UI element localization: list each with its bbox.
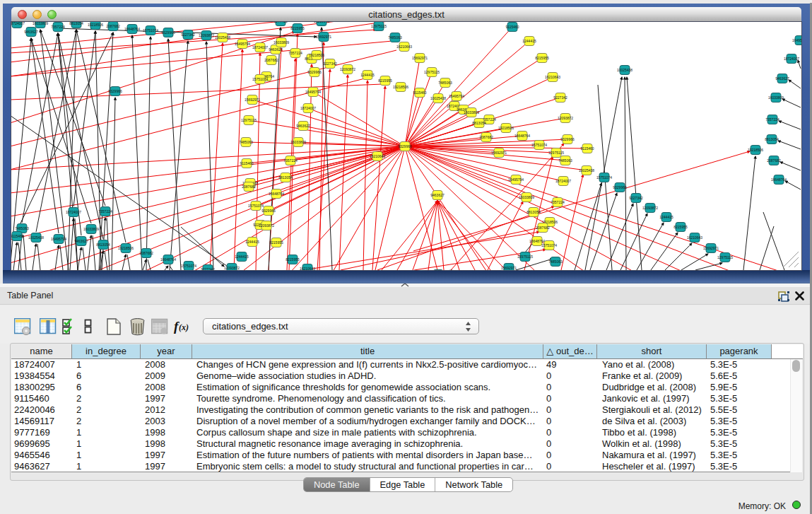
svg-text:16495794: 16495794 <box>51 237 66 241</box>
svg-text:8813054: 8813054 <box>526 210 541 214</box>
svg-text:19218506: 19218506 <box>88 23 103 27</box>
svg-text:1244415: 1244415 <box>522 39 536 43</box>
svg-text:16033809: 16033809 <box>290 140 306 144</box>
svg-text:12093872: 12093872 <box>340 67 355 71</box>
svg-text:9329966: 9329966 <box>398 144 412 148</box>
svg-text:8813054: 8813054 <box>472 121 486 125</box>
svg-text:12975115: 12975115 <box>548 151 564 155</box>
svg-text:18724007: 18724007 <box>66 210 81 214</box>
svg-text:15751074: 15751074 <box>252 77 268 81</box>
svg-text:9463627: 9463627 <box>74 239 88 243</box>
svg-text:16210643: 16210643 <box>396 45 412 49</box>
svg-text:7357224: 7357224 <box>51 25 65 29</box>
svg-text:15751074: 15751074 <box>596 175 612 180</box>
svg-text:9115460: 9115460 <box>240 161 253 165</box>
svg-text:16033809: 16033809 <box>33 22 48 25</box>
svg-text:16033809: 16033809 <box>519 195 534 199</box>
svg-text:1244415: 1244415 <box>360 73 375 77</box>
svg-text:7485063: 7485063 <box>438 81 452 85</box>
svg-text:8813054: 8813054 <box>96 243 110 247</box>
svg-text:9115460: 9115460 <box>580 146 594 151</box>
svg-text:9227342: 9227342 <box>553 95 567 100</box>
svg-text:19218506: 19218506 <box>309 53 324 57</box>
svg-text:15692971: 15692971 <box>703 246 719 250</box>
svg-text:2087682: 2087682 <box>264 58 278 62</box>
svg-text:8215955: 8215955 <box>269 240 283 245</box>
svg-text:16648764: 16648764 <box>514 134 530 138</box>
svg-text:7357224: 7357224 <box>283 158 298 163</box>
svg-text:2087682: 2087682 <box>479 135 493 139</box>
svg-text:16210643: 16210643 <box>370 154 385 158</box>
svg-text:7485063: 7485063 <box>388 35 402 40</box>
svg-text:8813054: 8813054 <box>765 137 779 141</box>
svg-text:12093872: 12093872 <box>642 206 658 210</box>
svg-text:10025438: 10025438 <box>215 35 230 40</box>
svg-text:9227342: 9227342 <box>629 196 643 200</box>
svg-text:15692971: 15692971 <box>412 56 428 60</box>
svg-text:7357224: 7357224 <box>288 51 302 55</box>
svg-text:9329966: 9329966 <box>613 185 627 189</box>
svg-text:9227342: 9227342 <box>201 267 215 270</box>
svg-text:15692971: 15692971 <box>491 151 507 155</box>
svg-text:10025438: 10025438 <box>579 168 594 173</box>
svg-text:12093872: 12093872 <box>224 266 240 270</box>
svg-text:18724007: 18724007 <box>11 22 25 25</box>
svg-text:1244415: 1244415 <box>273 22 288 23</box>
svg-text:7357224: 7357224 <box>765 117 779 122</box>
svg-text:8215955: 8215955 <box>673 225 688 229</box>
svg-text:10025438: 10025438 <box>617 68 632 72</box>
svg-text:1244415: 1244415 <box>659 215 673 219</box>
svg-text:(x): (x) <box>179 322 189 332</box>
svg-text:9463627: 9463627 <box>296 124 310 128</box>
svg-text:15692971: 15692971 <box>501 266 517 270</box>
svg-text:1244415: 1244415 <box>235 255 249 259</box>
svg-text:16210643: 16210643 <box>545 75 560 79</box>
svg-text:9329966: 9329966 <box>108 89 122 93</box>
svg-text:2087682: 2087682 <box>106 24 120 28</box>
svg-text:16495794: 16495794 <box>792 38 801 42</box>
svg-text:9329966: 9329966 <box>161 30 175 35</box>
svg-text:18724007: 18724007 <box>252 45 268 49</box>
svg-text:15751074: 15751074 <box>248 204 264 208</box>
svg-text:16033809: 16033809 <box>273 40 289 45</box>
svg-text:2087682: 2087682 <box>767 158 781 163</box>
svg-text:8215955: 8215955 <box>290 26 305 30</box>
svg-text:16495794: 16495794 <box>305 90 321 94</box>
svg-text:19218506: 19218506 <box>748 148 763 152</box>
svg-text:12975115: 12975115 <box>517 255 533 259</box>
svg-text:7485063: 7485063 <box>558 158 572 163</box>
svg-text:19218506: 19218506 <box>498 126 514 130</box>
svg-text:8215955: 8215955 <box>286 257 300 262</box>
svg-text:15692971: 15692971 <box>316 35 331 39</box>
svg-text:2087682: 2087682 <box>139 251 153 255</box>
svg-text:16210643: 16210643 <box>687 235 702 240</box>
svg-text:9463627: 9463627 <box>430 193 445 197</box>
svg-text:9329966: 9329966 <box>560 137 575 141</box>
svg-text:9115460: 9115460 <box>11 234 24 238</box>
svg-text:15751074: 15751074 <box>531 143 547 147</box>
svg-text:16210643: 16210643 <box>314 22 329 23</box>
svg-text:9463627: 9463627 <box>24 30 38 34</box>
svg-text:15751074: 15751074 <box>541 243 557 247</box>
svg-text:9227342: 9227342 <box>181 33 195 37</box>
svg-text:7357224: 7357224 <box>98 209 112 214</box>
svg-text:16495794: 16495794 <box>449 94 464 98</box>
svg-text:12975115: 12975115 <box>371 24 387 28</box>
svg-text:12975115: 12975115 <box>241 118 257 122</box>
svg-text:7485063: 7485063 <box>548 259 563 264</box>
svg-text:16033809: 16033809 <box>83 227 99 231</box>
svg-text:15751074: 15751074 <box>143 28 158 33</box>
svg-text:16033809: 16033809 <box>768 95 784 100</box>
svg-text:19218506: 19218506 <box>393 85 408 89</box>
svg-text:15751074: 15751074 <box>181 264 196 268</box>
svg-text:9115460: 9115460 <box>413 90 426 95</box>
svg-text:16648764: 16648764 <box>269 192 284 196</box>
svg-text:16210643: 16210643 <box>300 267 315 270</box>
svg-text:1244415: 1244415 <box>245 240 259 244</box>
svg-text:16495794: 16495794 <box>235 42 250 46</box>
svg-text:16033809: 16033809 <box>464 110 479 115</box>
svg-text:2087682: 2087682 <box>536 226 550 230</box>
svg-text:9463627: 9463627 <box>775 76 789 81</box>
svg-text:8215955: 8215955 <box>535 56 549 60</box>
svg-text:9227342: 9227342 <box>323 62 337 66</box>
